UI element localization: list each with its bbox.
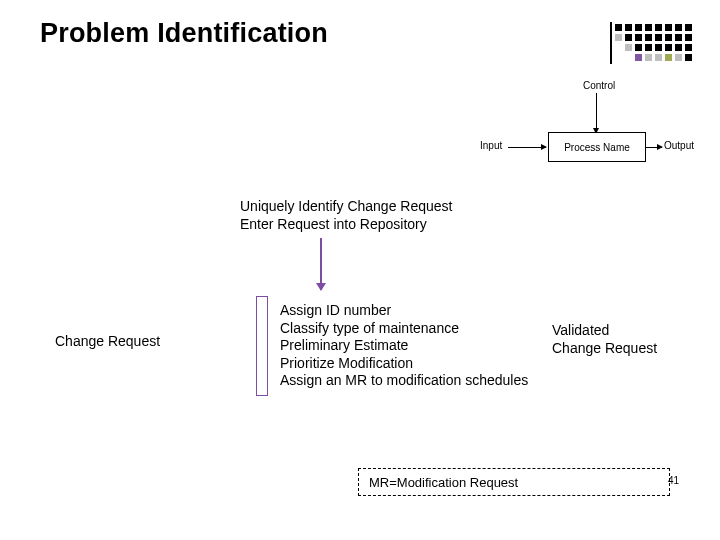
slide: Problem Identification Control Input Pro… <box>0 0 720 540</box>
output-line-1: Validated <box>552 322 657 340</box>
process-line-5: Assign an MR to modification schedules <box>280 372 528 390</box>
legend-input-arrow <box>508 147 546 148</box>
output-label: Validated Change Request <box>552 322 657 357</box>
control-to-process-arrow <box>320 238 322 290</box>
legend-output-arrow <box>646 147 662 148</box>
process-line-3: Preliminary Estimate <box>280 337 528 355</box>
legend-process-box: Process Name <box>548 132 646 162</box>
control-text: Uniquely Identify Change Request Enter R… <box>240 198 452 233</box>
footnote-box: MR=Modification Request <box>358 468 670 496</box>
input-to-process-arrow <box>160 342 248 343</box>
page-number: 41 <box>668 475 679 486</box>
output-line-2: Change Request <box>552 340 657 358</box>
control-line-1: Uniquely Identify Change Request <box>240 198 452 216</box>
process-box <box>256 296 268 396</box>
process-line-1: Assign ID number <box>280 302 528 320</box>
legend-control-arrow <box>596 93 597 133</box>
input-label: Change Request <box>55 333 160 349</box>
legend-control-label: Control <box>583 80 615 91</box>
decorative-divider <box>610 22 612 64</box>
control-line-2: Enter Request into Repository <box>240 216 452 234</box>
legend-input-label: Input <box>480 140 502 151</box>
legend-process-label: Process Name <box>564 142 630 153</box>
legend-output-label: Output <box>664 140 694 151</box>
process-line-2: Classify type of maintenance <box>280 320 528 338</box>
slide-title: Problem Identification <box>40 18 328 49</box>
process-line-4: Prioritize Modification <box>280 355 528 373</box>
footnote-text: MR=Modification Request <box>369 475 518 490</box>
decorative-dots <box>615 24 692 61</box>
process-text: Assign ID number Classify type of mainte… <box>280 302 528 390</box>
